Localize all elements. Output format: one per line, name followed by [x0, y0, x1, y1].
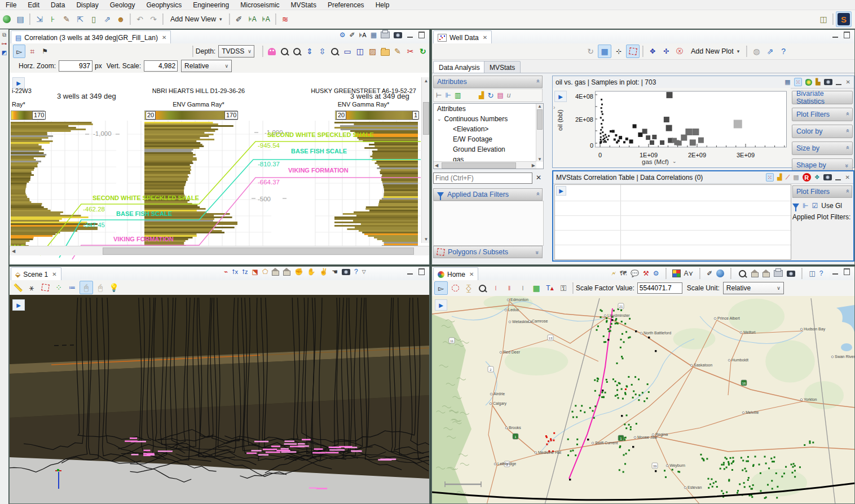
scatter-point[interactable]: [600, 136, 602, 138]
zoom-out-icon[interactable]: [292, 45, 303, 58]
label-abc-icon[interactable]: ⚑: [39, 45, 51, 58]
data-tree-icon[interactable]: ⊦: [47, 13, 59, 25]
grab-hand-icon[interactable]: ✊: [294, 268, 303, 276]
y-axis-view-icon[interactable]: ⭡x: [232, 268, 238, 276]
menu-geology[interactable]: Geology: [104, 1, 141, 9]
correlation-tab[interactable]: ▤ Correlation (3 wells at 349 deg|GR_Fil…: [11, 30, 171, 44]
horizontal-scrollbar-thumb[interactable]: [103, 247, 414, 255]
globe-icon[interactable]: ◍: [750, 45, 763, 58]
stacked-bars-icon[interactable]: ▤: [497, 91, 503, 99]
window-layout-icon[interactable]: ◫: [817, 13, 830, 25]
polygons-subsets-header[interactable]: Polygons / Subsets »: [433, 246, 543, 258]
scatter-point[interactable]: [650, 140, 654, 145]
mvstats-titlebar[interactable]: MVStats Correlation Table | Data Correla…: [553, 171, 853, 184]
tree-horizontal-scrollbar[interactable]: ◀ ▶: [434, 161, 536, 169]
pointer-edit-icon[interactable]: ✐: [707, 269, 712, 277]
use-global-checkbox[interactable]: ☑: [812, 202, 818, 210]
scatter-point[interactable]: [734, 120, 742, 129]
scatter-point[interactable]: [608, 135, 610, 137]
menu-edit[interactable]: Edit: [22, 1, 45, 9]
add-filter-funnel-icon[interactable]: [792, 204, 799, 209]
scatter-point[interactable]: [614, 139, 616, 141]
scroll-up-icon[interactable]: ▲: [422, 78, 430, 83]
open-template-icon[interactable]: [380, 45, 391, 58]
grid-layer-icon[interactable]: [673, 270, 680, 277]
scatter-point[interactable]: [660, 140, 664, 145]
line-fit-icon[interactable]: ⟋: [786, 174, 790, 181]
histogram-icon[interactable]: ▟: [777, 174, 782, 181]
select-cursor-icon[interactable]: ▻: [434, 281, 448, 295]
scene-pane-icon[interactable]: ◩: [1, 49, 8, 56]
vertical-scrollbar-thumb[interactable]: [423, 102, 429, 135]
scatter-point[interactable]: [666, 125, 672, 131]
user-settings-icon[interactable]: ☻: [114, 13, 127, 25]
accordion-plot-filters[interactable]: Plot Filters»: [792, 108, 853, 121]
scatter-point[interactable]: [618, 140, 620, 142]
fit-tracks-icon[interactable]: ◫: [354, 45, 365, 58]
tree-hscroll-thumb[interactable]: [442, 162, 516, 169]
close-icon[interactable]: ✕: [845, 174, 850, 180]
matrix-plot-icon[interactable]: ▩: [793, 174, 799, 181]
scatter-point[interactable]: [629, 139, 633, 143]
scroll-left-icon[interactable]: ◀: [435, 162, 438, 169]
maximize-icon[interactable]: [418, 268, 425, 275]
scatter-point[interactable]: [677, 140, 682, 145]
scale-factor-input[interactable]: [637, 282, 682, 294]
random-sample-icon[interactable]: [626, 45, 640, 58]
scatter-point[interactable]: [601, 99, 602, 100]
vert-scale-input[interactable]: [144, 60, 178, 72]
zoom-area-icon[interactable]: [476, 282, 488, 294]
layout-icon[interactable]: ◫: [809, 269, 815, 277]
polyline-section-icon[interactable]: ⧙: [490, 282, 502, 294]
annotate-pen-icon[interactable]: ✐: [233, 13, 245, 25]
network-icon[interactable]: ❖: [814, 174, 820, 181]
notebook-icon[interactable]: ▯: [87, 13, 100, 25]
plot-settings-icon[interactable]: ▦: [785, 78, 790, 86]
scatter-point[interactable]: [603, 138, 605, 139]
light-icon[interactable]: 💡: [108, 281, 120, 294]
snapshot-icon[interactable]: [394, 32, 402, 38]
scatter-point[interactable]: [625, 138, 628, 140]
collapse-section-icon[interactable]: »: [534, 81, 541, 83]
refresh-icon[interactable]: ↻: [417, 45, 429, 58]
scatter-point[interactable]: [600, 117, 602, 118]
scatter-point[interactable]: [600, 139, 602, 140]
scene-tab[interactable]: ⬙ Scene 1 ✕: [11, 267, 61, 281]
well-symbols-icon[interactable]: ⚹: [25, 281, 38, 294]
scale-mode-select[interactable]: Relative∨: [181, 60, 232, 72]
collapse-section-icon[interactable]: »: [534, 193, 541, 196]
remove-path-icon[interactable]: ✂: [404, 45, 416, 58]
style-brush-icon[interactable]: 🗲: [611, 269, 616, 277]
menu-data[interactable]: Data: [45, 1, 70, 9]
z-axis-view-icon[interactable]: ⭡z: [242, 268, 248, 276]
scatter-point[interactable]: [638, 132, 642, 137]
vertical-scrollbar[interactable]: ▲ ▼: [421, 77, 430, 243]
scatter-point[interactable]: [600, 129, 602, 131]
redo-icon[interactable]: ↷: [147, 13, 160, 25]
reset-home-icon[interactable]: [283, 271, 290, 276]
scatter-point[interactable]: [619, 136, 622, 139]
vertical-shrink-icon[interactable]: ⇳: [316, 45, 328, 58]
add-histogram-icon[interactable]: ▙: [816, 78, 820, 86]
tree-vscroll-thumb[interactable]: [537, 109, 543, 130]
collapse-all-icon[interactable]: ✣: [660, 45, 672, 58]
panel-expander-button[interactable]: ▶: [556, 186, 566, 196]
minimize-icon[interactable]: [407, 268, 413, 275]
export-icon[interactable]: ⇗: [764, 45, 776, 58]
scatter-point[interactable]: [601, 104, 603, 105]
scroll-right-icon[interactable]: ▶: [532, 162, 535, 169]
menu-help[interactable]: Help: [370, 1, 395, 9]
close-icon[interactable]: ✕: [483, 34, 487, 41]
vertical-expand-icon[interactable]: ⇕: [304, 45, 315, 58]
clip-plane-icon[interactable]: ⌁: [224, 268, 228, 276]
scatter-point[interactable]: [664, 117, 669, 122]
scatter-point[interactable]: [603, 135, 605, 137]
tree-vertical-scrollbar[interactable]: ▲ ▼: [536, 104, 543, 162]
minimize-icon[interactable]: [832, 268, 838, 275]
maximize-icon[interactable]: [844, 268, 850, 275]
pan-hand-icon[interactable]: ✋: [307, 268, 315, 276]
save-icon[interactable]: ▤: [14, 13, 27, 25]
help-icon[interactable]: ?: [777, 45, 790, 58]
menu-preferences[interactable]: Preferences: [322, 1, 370, 9]
import-icon[interactable]: ⇲: [33, 13, 46, 25]
